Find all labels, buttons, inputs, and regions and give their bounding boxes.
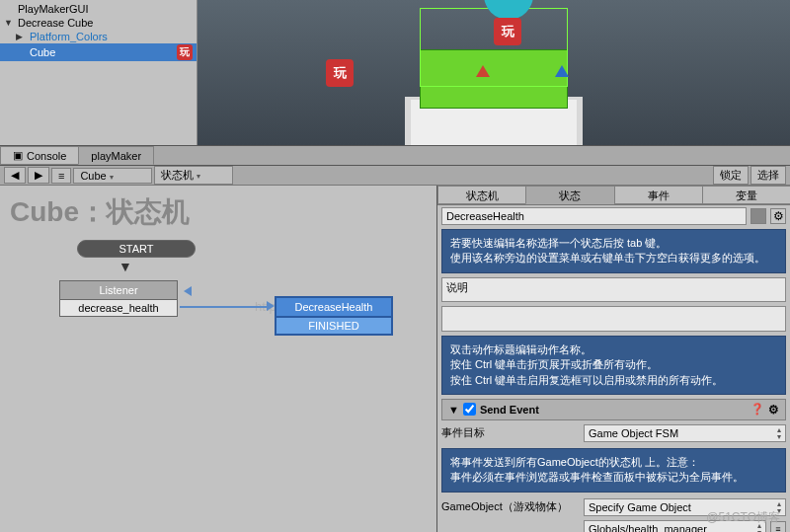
lock-button[interactable]: 锁定 (713, 166, 749, 185)
nav-forward-button[interactable]: ▶ (28, 167, 49, 184)
description-label: 说明 (441, 277, 786, 303)
tab-state[interactable]: 状态 (525, 186, 614, 204)
playmaker-toolbar: ◀ ▶ ≡ Cube ▾ 状态机 ▾ 锁定 选择 (0, 166, 790, 186)
action-enable-checkbox[interactable] (463, 403, 476, 416)
help-text: 若要快速编辑名称选择一个状态后按 tab 键。 使用该名称旁边的设置菜单或右键单… (441, 229, 786, 273)
gear-icon[interactable]: ⚙ (770, 208, 786, 224)
help-icon[interactable]: ❓ (750, 403, 764, 416)
param-label: GameObject（游戏物体） (441, 499, 580, 514)
event-target-dropdown[interactable]: Game Object FSM▴▾ (584, 424, 786, 442)
scene-marker[interactable]: 玩 (326, 59, 354, 87)
hierarchy-item[interactable]: ▶Platform_Colors (0, 30, 197, 43)
transition[interactable]: FINISHED (275, 318, 393, 336)
gear-icon[interactable]: ⚙ (768, 403, 779, 417)
hierarchy-item[interactable]: ▼Decrease Cube (0, 16, 197, 30)
param-label: 事件目标 (441, 425, 580, 440)
arrow-icon: ▼ (118, 259, 132, 274)
watermark: @51CTO博客 (706, 509, 780, 526)
arrow-icon (184, 286, 192, 296)
transition-link (180, 306, 271, 308)
nav-back-button[interactable]: ◀ (4, 167, 26, 184)
action-header[interactable]: ▼ Send Event ❓ ⚙ (441, 399, 786, 420)
help-text: 双击动作标题编辑动作名称。 按住 Ctrl 键单击折页展开或折叠所有动作。 按住… (441, 336, 786, 395)
state-name-input[interactable] (441, 207, 747, 225)
menu-button[interactable]: ≡ (51, 168, 71, 184)
inspector-panel: 状态机 状态 事件 变量 ⚙ 若要快速编辑名称选择一个状态后按 tab 键。 使… (436, 186, 790, 532)
hierarchy-panel: PlayMakerGUI ▼Decrease Cube ▶Platform_Co… (0, 0, 198, 145)
object-selector[interactable]: Cube ▾ (73, 168, 152, 184)
playmaker-badge-icon: 玩 (177, 44, 193, 60)
console-icon: ▣ (13, 149, 23, 162)
fsm-selector[interactable]: 状态机 ▾ (154, 166, 233, 185)
description-input[interactable] (441, 306, 786, 332)
dropdown-icon: ▾ (110, 173, 114, 182)
fsm-graph[interactable]: Cube：状态机 http://blog.cs START ▼ Listener… (0, 186, 436, 532)
tab-console[interactable]: ▣Console (0, 146, 79, 165)
hierarchy-item[interactable]: PlayMakerGUI (0, 2, 197, 16)
tab-playmaker[interactable]: playMaker (78, 146, 154, 165)
state-node-decreasehealth[interactable]: DecreaseHealth FINISHED (275, 296, 393, 336)
expand-icon[interactable]: ▶ (16, 32, 23, 41)
tab-events[interactable]: 事件 (614, 186, 703, 204)
scene-view[interactable]: 玩 玩 (198, 0, 790, 145)
transition[interactable]: decrease_health (59, 300, 178, 317)
tab-variables[interactable]: 变量 (702, 186, 790, 204)
help-text: 将事件发送到所有GameObject的状态机 上。注意： 事件必须在事件浏览器或… (441, 448, 786, 493)
select-button[interactable]: 选择 (750, 166, 786, 185)
start-node[interactable]: START (77, 240, 196, 258)
fsm-title: Cube：状态机 (10, 193, 190, 231)
scene-marker[interactable]: 玩 (494, 18, 521, 45)
dropdown-icon: ▾ (197, 172, 200, 181)
state-node-listener[interactable]: Listener decrease_health (59, 280, 178, 317)
foldout-icon[interactable]: ▼ (448, 404, 459, 416)
hierarchy-item-selected[interactable]: Cube玩 (0, 43, 197, 61)
arrow-icon (267, 301, 275, 311)
color-swatch[interactable] (750, 208, 766, 224)
tab-fsm[interactable]: 状态机 (437, 186, 526, 204)
expand-icon[interactable]: ▼ (4, 18, 13, 28)
